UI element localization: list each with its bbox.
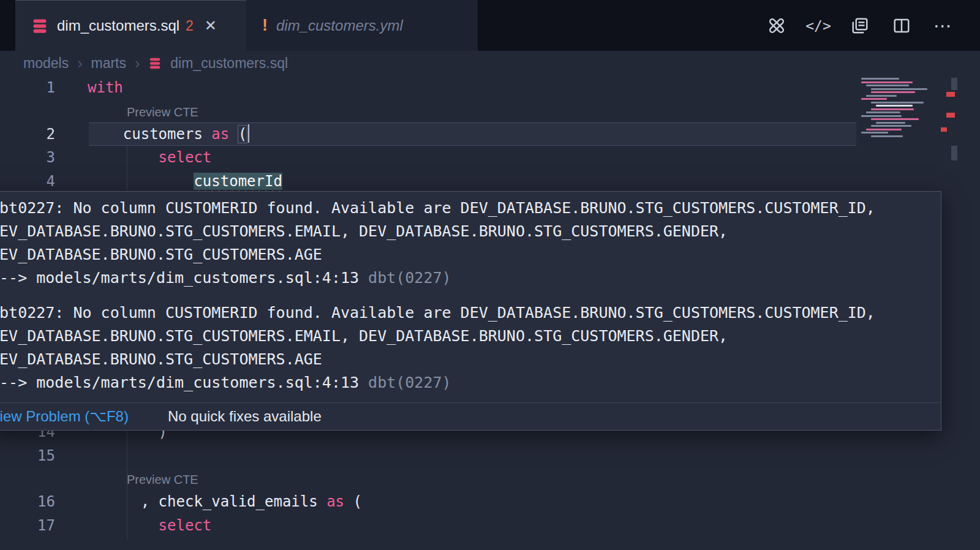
compile-code-icon[interactable]: </>	[809, 16, 828, 36]
diagnostic-message: dbt0227: No column CUSTOMERID found. Ava…	[0, 301, 930, 394]
line-number: 17	[0, 514, 55, 538]
overview-ruler-error-mark	[946, 92, 955, 97]
chevron-right-icon: ›	[77, 55, 82, 72]
modified-count-badge: 2	[186, 18, 194, 34]
split-editor-icon[interactable]	[892, 16, 911, 36]
editor-window: dim_customers.sql 2 ✕ ! dim_customers.ym…	[0, 0, 980, 550]
breadcrumb-item-file[interactable]: dim_customers.sql	[170, 55, 288, 72]
database-icon	[31, 17, 48, 34]
minimap-error-marker	[941, 127, 947, 132]
error-token: customerId	[194, 173, 282, 190]
minimap[interactable]	[861, 78, 944, 138]
breadcrumb-item-models[interactable]: models	[23, 55, 69, 72]
diagnostics-hover-popup: dbt0227: No column CUSTOMERID found. Ava…	[0, 191, 941, 431]
scrollbar-thumb[interactable]	[951, 78, 957, 90]
code-line-4[interactable]: 4 customerId	[0, 170, 980, 194]
scrollbar-thumb[interactable]	[951, 146, 957, 160]
code-text: , check_valid_emails as (	[88, 490, 362, 514]
tab-dim-customers-yml[interactable]: ! dim_customers.yml	[246, 0, 478, 51]
code-lens-preview-cte[interactable]: Preview CTE	[0, 467, 980, 490]
code-line-16[interactable]: 16 , check_valid_emails as (	[0, 490, 980, 514]
more-actions-icon[interactable]: ⋯	[933, 15, 953, 36]
breadcrumb: models › marts › dim_customers.sql	[0, 51, 980, 75]
code-lens-preview-cte[interactable]: Preview CTE	[0, 100, 980, 122]
code-line-3[interactable]: 3 select	[0, 146, 980, 170]
code-line-17[interactable]: 17 select	[0, 514, 980, 538]
editor-toolbar: </> ⋯	[767, 0, 980, 51]
line-number: 15	[0, 444, 55, 468]
tab-bar: dim_customers.sql 2 ✕ ! dim_customers.ym…	[0, 0, 980, 51]
tab-label: dim_customers.sql	[57, 17, 179, 34]
diagnostic-code: dbt(0227)	[368, 374, 451, 391]
line-number: 3	[0, 146, 55, 170]
query-results-icon[interactable]	[850, 16, 870, 36]
line-number: 1	[0, 76, 55, 100]
text-cursor	[248, 124, 249, 143]
line-number: 16	[0, 490, 55, 514]
tab-dim-customers-sql[interactable]: dim_customers.sql 2 ✕	[15, 0, 246, 51]
code-line-2[interactable]: 2 customers as (	[0, 122, 980, 146]
code-text: select	[88, 146, 211, 170]
code-text: select	[88, 514, 211, 538]
database-icon	[148, 56, 162, 70]
code-line-1[interactable]: 1with	[0, 76, 980, 100]
diagnostic-message: dbt0227: No column CUSTOMERID found. Ava…	[0, 197, 930, 290]
breadcrumb-item-marts[interactable]: marts	[91, 55, 126, 72]
line-number: 2	[0, 122, 55, 146]
hover-status-bar: View Problem (⌥F8) No quick fixes availa…	[0, 402, 941, 430]
dbt-build-icon[interactable]	[767, 16, 786, 36]
close-icon[interactable]: ✕	[205, 17, 217, 34]
view-problem-link[interactable]: View Problem (⌥F8)	[0, 408, 129, 425]
line-number: 4	[0, 170, 55, 194]
overview-ruler-error-mark	[946, 113, 955, 118]
chevron-right-icon: ›	[135, 55, 140, 72]
diagnostic-code: dbt(0227)	[368, 269, 451, 287]
code-text: customerId	[88, 170, 282, 194]
diagnostics-messages: dbt0227: No column CUSTOMERID found. Ava…	[0, 192, 941, 402]
code-text: with	[88, 76, 123, 100]
no-quick-fixes-text: No quick fixes available	[168, 408, 322, 425]
tab-label: dim_customers.yml	[276, 17, 403, 34]
code-line-15[interactable]: 15	[0, 444, 980, 468]
error-badge: !	[262, 16, 268, 35]
code-text: customers as (	[88, 122, 249, 146]
